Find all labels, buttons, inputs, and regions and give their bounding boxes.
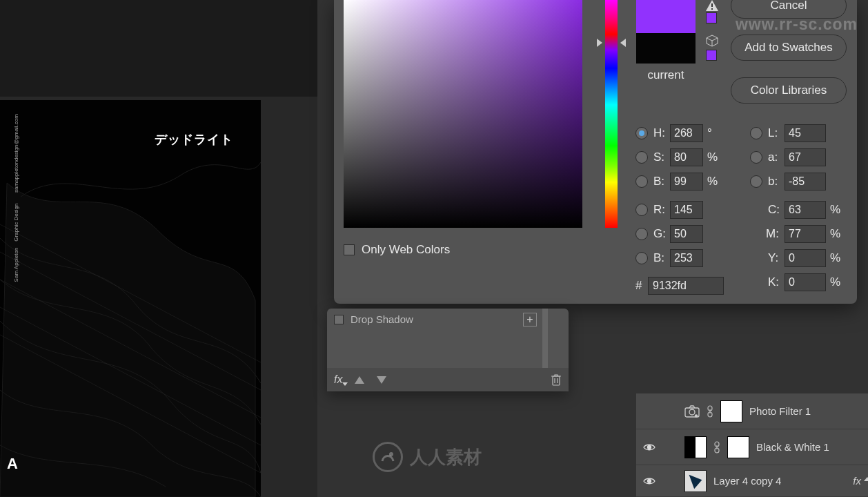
c-unit: % xyxy=(830,203,840,217)
b-rgb-row: B: xyxy=(635,249,703,267)
layer-name[interactable]: Black & White 1 xyxy=(756,441,829,453)
gamut-warning-swatch[interactable] xyxy=(706,12,717,23)
move-effect-up-icon[interactable] xyxy=(355,376,364,384)
drop-shadow-checkbox[interactable] xyxy=(334,315,344,324)
only-web-colors-checkbox[interactable] xyxy=(344,244,355,255)
b-lab-row: b: xyxy=(750,173,826,191)
artwork-japanese-title: デッドライト xyxy=(155,131,233,148)
h-input[interactable] xyxy=(670,124,703,142)
layer-thumb[interactable] xyxy=(684,470,707,492)
delete-effect-icon[interactable] xyxy=(551,373,562,386)
b-lab-radio[interactable] xyxy=(750,175,762,188)
a-label: a: xyxy=(768,150,785,164)
b-lab-input[interactable] xyxy=(785,173,826,191)
l-label: L: xyxy=(768,126,785,140)
artwork-document[interactable]: デッドライト Sam Appleton Graphic Design samap… xyxy=(0,100,261,497)
artwork-role: Graphic Design xyxy=(13,204,19,242)
layer-name[interactable]: Photo Filter 1 xyxy=(749,405,811,417)
current-color-swatch[interactable] xyxy=(636,33,696,64)
s-row: S: % xyxy=(635,148,718,166)
add-effect-button[interactable]: + xyxy=(523,313,537,327)
layer-mask-thumb[interactable] xyxy=(720,400,742,422)
svg-point-10 xyxy=(648,445,651,449)
drop-shadow-row[interactable]: Drop Shadow xyxy=(334,313,413,325)
color-libraries-button[interactable]: Color Libraries xyxy=(731,77,847,104)
b-hsb-row: B: % xyxy=(635,173,718,191)
link-mask-icon[interactable] xyxy=(707,405,713,418)
add-to-swatches-button[interactable]: Add to Swatches xyxy=(731,35,847,61)
artwork-abstract-svg xyxy=(0,100,261,497)
l-input[interactable] xyxy=(785,124,826,142)
h-row: H: ° xyxy=(635,124,712,142)
artwork-logo-letter: A xyxy=(7,455,18,473)
b-rgb-radio[interactable] xyxy=(635,252,648,264)
y-label: Y: xyxy=(768,251,785,265)
s-label: S: xyxy=(653,150,670,164)
s-input[interactable] xyxy=(670,148,703,166)
visibility-eye-icon[interactable] xyxy=(643,442,655,452)
h-radio[interactable] xyxy=(635,127,648,139)
layer-mask-thumb[interactable] xyxy=(727,436,749,458)
drop-shadow-label: Drop Shadow xyxy=(351,313,413,325)
c-input[interactable] xyxy=(785,201,826,219)
color-picker-dialog: current Cancel Add to Swatches Color Lib… xyxy=(334,0,857,304)
k-input[interactable] xyxy=(785,273,826,291)
layer-style-footer: fx xyxy=(327,368,569,391)
svg-point-5 xyxy=(689,409,695,415)
b-hsb-radio[interactable] xyxy=(635,175,648,188)
layer-name[interactable]: Layer 4 copy 4 xyxy=(713,475,781,487)
fx-menu-button[interactable]: fx xyxy=(334,373,342,386)
websafe-swatch[interactable] xyxy=(706,50,717,61)
svg-rect-3 xyxy=(553,376,560,385)
hex-label: # xyxy=(635,279,648,293)
y-unit: % xyxy=(830,251,840,265)
b-rgb-input[interactable] xyxy=(670,249,703,267)
l-row: L: xyxy=(750,124,826,142)
b-hsb-input[interactable] xyxy=(670,173,703,191)
r-label: R: xyxy=(653,203,670,217)
cancel-button[interactable]: Cancel xyxy=(731,0,847,19)
websafe-cube-icon[interactable] xyxy=(706,35,718,47)
link-mask-icon[interactable] xyxy=(713,441,720,454)
layer-row[interactable]: Black & White 1 xyxy=(636,429,868,465)
r-input[interactable] xyxy=(670,201,703,219)
k-row: K: % xyxy=(768,273,840,291)
gamut-warning-icon[interactable] xyxy=(706,0,718,11)
y-input[interactable] xyxy=(785,249,826,267)
svg-rect-2 xyxy=(711,8,713,10)
layers-panel: Photo Filter 1 Black & White 1 Layer 4 c… xyxy=(636,393,868,497)
new-color-swatch[interactable] xyxy=(636,0,696,33)
layer-row[interactable]: Photo Filter 1 xyxy=(636,393,868,429)
only-web-colors-label: Only Web Colors xyxy=(362,243,450,257)
k-label: K: xyxy=(768,275,785,289)
c-label: C: xyxy=(768,203,785,217)
canvas-workspace: デッドライト Sam Appleton Graphic Design samap… xyxy=(0,0,317,497)
only-web-colors-row[interactable]: Only Web Colors xyxy=(344,243,450,257)
g-input[interactable] xyxy=(670,225,703,243)
visibility-eye-icon[interactable] xyxy=(643,476,655,486)
watermark-text: 人人素材 xyxy=(410,445,482,469)
g-radio[interactable] xyxy=(635,228,648,240)
m-row: M: % xyxy=(766,225,840,243)
r-row: R: xyxy=(635,201,703,219)
move-effect-down-icon[interactable] xyxy=(377,376,386,384)
artwork-side-text: Sam Appleton Graphic Design samappletond… xyxy=(10,114,23,282)
a-input[interactable] xyxy=(785,148,826,166)
s-radio[interactable] xyxy=(635,151,648,164)
layer-style-scrollbar[interactable] xyxy=(542,309,548,371)
layer-fx-indicator[interactable]: fx xyxy=(853,475,861,487)
hex-row: # xyxy=(635,277,724,295)
l-radio[interactable] xyxy=(750,127,762,139)
m-input[interactable] xyxy=(785,225,826,243)
canvas-dark-top xyxy=(0,0,317,97)
layer-row[interactable]: Layer 4 copy 4 fx xyxy=(636,465,868,497)
hue-slider[interactable] xyxy=(605,0,618,228)
saturation-value-field[interactable] xyxy=(344,0,582,228)
svg-point-14 xyxy=(648,479,651,483)
hex-input[interactable] xyxy=(648,277,724,295)
a-radio[interactable] xyxy=(750,151,762,164)
r-radio[interactable] xyxy=(635,204,648,216)
artwork-author: Sam Appleton xyxy=(13,248,19,282)
center-watermark: 人人素材 xyxy=(373,442,482,472)
m-unit: % xyxy=(830,227,840,241)
